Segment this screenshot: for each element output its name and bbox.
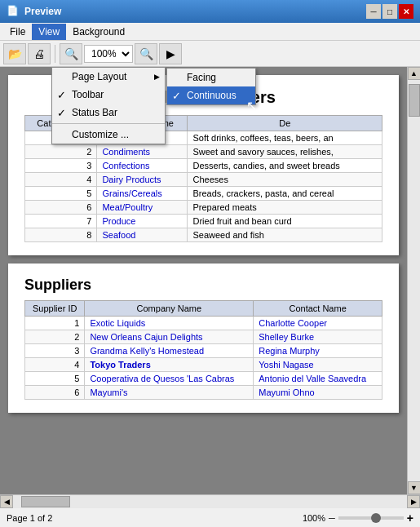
table-row: 2 New Orleans Cajun Delights Shelley Bur… [25, 330, 382, 344]
title-bar: 📄 Preview ─ □ ✕ [0, 0, 420, 23]
col-desc: De [188, 116, 382, 131]
cell-supplier-id: 2 [25, 330, 85, 344]
cell-desc: Cheeses [188, 173, 382, 187]
table-row: 5 Cooperativa de Quesos 'Las Cabras Anto… [25, 372, 382, 386]
toolbar-separator [55, 45, 55, 63]
suppliers-table: Supplier ID Company Name Contact Name 1 … [24, 300, 382, 400]
menu-background[interactable]: Background [66, 24, 131, 40]
page-info: Page 1 of 2 [7, 513, 52, 523]
scroll-track[interactable] [408, 80, 421, 481]
statusbar-check: ✓ [57, 107, 66, 119]
continuous-item[interactable]: ✓ Continuous ↖ [167, 86, 255, 104]
cell-name: Seafood [97, 228, 188, 242]
zoom-slider-thumb[interactable] [371, 513, 381, 523]
horizontal-scrollbar[interactable]: ◀ ▶ [0, 494, 420, 507]
toolbar-check: ✓ [57, 89, 66, 101]
cell-id: 6 [25, 201, 97, 215]
page-layout-label: Page Layout [72, 71, 126, 82]
menu-view[interactable]: View [32, 24, 66, 40]
facing-label: Facing [187, 72, 216, 83]
cell-contact: Shelley Burke [254, 330, 382, 344]
h-scroll-thumb[interactable] [21, 496, 70, 507]
zoom-select[interactable]: 100% 50% 75% 125% 150% 200% [84, 45, 133, 63]
cell-desc: Prepared meats [188, 201, 382, 215]
cell-desc: Breads, crackers, pasta, and cereal [188, 187, 382, 201]
toolbar-btn-nav[interactable]: ▶ [159, 43, 182, 64]
table-row: 3 Confections Desserts, candies, and swe… [25, 159, 382, 173]
cell-contact: Regina Murphy [254, 344, 382, 358]
cell-desc: Seaweed and fish [188, 228, 382, 242]
menu-bar: File View Background [0, 23, 420, 41]
app-icon: 📄 [7, 5, 20, 18]
cell-name: Condiments [97, 145, 188, 159]
cell-contact: Antonio del Valle Saavedra [254, 372, 382, 386]
suppliers-page: Suppliers Supplier ID Company Name Conta… [8, 264, 399, 413]
table-row: 8 Seafood Seaweed and fish [25, 228, 382, 242]
customize-label: Customize ... [72, 129, 129, 140]
zoom-slider-area: 100% ─ + [303, 512, 413, 525]
minimize-button[interactable]: ─ [366, 4, 381, 19]
toolbar-btn-2[interactable]: 🖨 [28, 43, 51, 64]
scroll-down-button[interactable]: ▼ [408, 481, 421, 494]
scroll-right-button[interactable]: ▶ [407, 495, 420, 508]
page-layout-item[interactable]: Page Layout Facing ✓ Continuous ↖ [52, 68, 165, 86]
table-row: 3 Grandma Kelly's Homestead Regina Murph… [25, 344, 382, 358]
cell-supplier-id: 1 [25, 317, 85, 330]
close-button[interactable]: ✕ [399, 4, 413, 19]
cell-desc: Dried fruit and bean curd [188, 215, 382, 228]
cell-supplier-id: 3 [25, 344, 85, 358]
scroll-thumb[interactable] [409, 84, 420, 117]
table-row: 6 Meat/Poultry Prepared meats [25, 201, 382, 215]
cell-supplier-id: 6 [25, 386, 85, 400]
toolbar: 📂 🖨 🔍 100% 50% 75% 125% 150% 200% 🔍 ▶ [0, 41, 420, 67]
window-controls: ─ □ ✕ [366, 4, 413, 19]
page-layout-submenu: Facing ✓ Continuous ↖ [166, 68, 256, 105]
cell-company: Exotic Liquids [85, 317, 254, 330]
facing-item[interactable]: Facing [167, 69, 255, 86]
cell-supplier-id: 4 [25, 358, 85, 372]
toolbar-label: Toolbar [72, 89, 104, 100]
vertical-scrollbar[interactable]: ▲ ▼ [407, 67, 420, 494]
cell-name: Produce [97, 215, 188, 228]
cell-id: 7 [25, 215, 97, 228]
continuous-label: Continuous [187, 90, 237, 101]
table-row: 6 Mayumi's Mayumi Ohno [25, 386, 382, 400]
maximize-button[interactable]: □ [382, 4, 397, 19]
status-bar-item[interactable]: ✓ Status Bar [52, 104, 165, 122]
toolbar-btn-1[interactable]: 📂 [3, 43, 26, 64]
cell-id: 4 [25, 173, 97, 187]
view-dropdown-menu: Page Layout Facing ✓ Continuous ↖ ✓ Tool… [51, 67, 166, 144]
table-row: 2 Condiments Sweet and savory sauces, re… [25, 145, 382, 159]
scroll-left-button[interactable]: ◀ [0, 495, 13, 508]
zoom-plus-icon[interactable]: + [407, 512, 413, 525]
cell-desc: Sweet and savory sauces, relishes, [188, 145, 382, 159]
continuous-check: ✓ [172, 90, 181, 102]
cell-company: New Orleans Cajun Delights [85, 330, 254, 344]
zoom-minus-icon[interactable]: ─ [329, 513, 335, 523]
cell-company: Mayumi's [85, 386, 254, 400]
toolbar-item[interactable]: ✓ Toolbar [52, 86, 165, 104]
cell-contact: Charlotte Cooper [254, 317, 382, 330]
zoom-in-button[interactable]: 🔍 [135, 43, 157, 64]
menu-file[interactable]: File [3, 24, 32, 40]
cell-desc: Soft drinks, coffees, teas, beers, an [188, 131, 382, 145]
cell-supplier-id: 5 [25, 372, 85, 386]
scroll-up-button[interactable]: ▲ [408, 67, 421, 80]
cell-desc: Desserts, candies, and sweet breads [188, 159, 382, 173]
cell-company: Grandma Kelly's Homestead [85, 344, 254, 358]
zoom-slider[interactable] [338, 516, 404, 520]
cell-contact: Mayumi Ohno [254, 386, 382, 400]
statusbar-label: Status Bar [72, 107, 117, 118]
cell-id: 5 [25, 187, 97, 201]
cell-name: Grains/Cereals [97, 187, 188, 201]
col-supplier-id: Supplier ID [25, 301, 85, 317]
h-scroll-track[interactable] [13, 495, 407, 508]
cursor: ↖ [246, 98, 257, 113]
table-row: 4 Dairy Products Cheeses [25, 173, 382, 187]
cell-contact: Yoshi Nagase [254, 358, 382, 372]
customize-item[interactable]: Customize ... [52, 126, 165, 144]
table-row: 1 Exotic Liquids Charlotte Cooper [25, 317, 382, 330]
cell-id: 3 [25, 159, 97, 173]
table-row: 4 Tokyo Traders Yoshi Nagase [25, 358, 382, 372]
zoom-out-button[interactable]: 🔍 [60, 43, 82, 64]
